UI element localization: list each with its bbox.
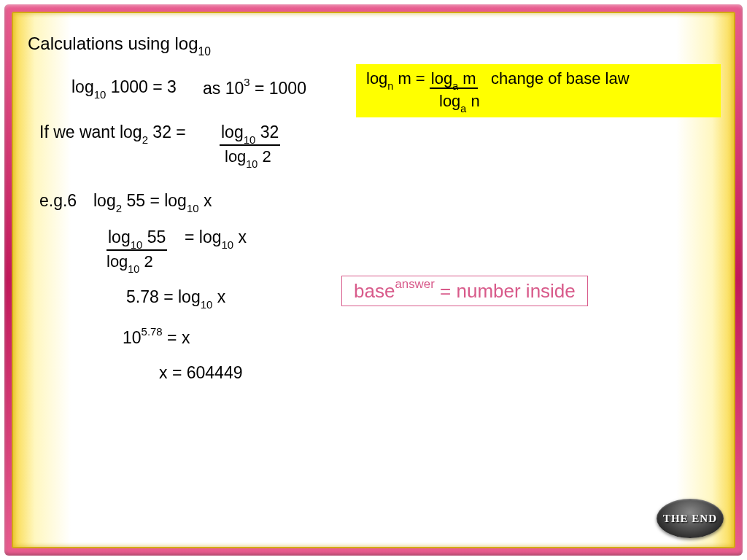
law-den-sub: a xyxy=(460,103,466,114)
law-lhs-arg: m = xyxy=(393,69,430,88)
ex2-den-sub: 10 xyxy=(246,158,258,170)
ex2-pre-post: 32 = xyxy=(148,122,186,141)
eg-fnum-sub: 10 xyxy=(131,238,143,251)
example2-denominator: log10 2 xyxy=(225,147,271,168)
ex2-num-post: 32 xyxy=(255,122,279,141)
example6-step2: 5.78 = log10 x xyxy=(126,287,225,309)
hint-rest: = number inside xyxy=(435,280,576,302)
eg-fnum-post: 55 xyxy=(142,228,166,246)
eg-lhs: log xyxy=(93,191,116,210)
ex2-den-post: 2 xyxy=(258,147,271,166)
title-text: Calculations using log xyxy=(28,34,198,53)
ex2-num-sub: 10 xyxy=(244,133,256,146)
ex2-pre-sub: 2 xyxy=(142,133,148,146)
end-label: THE END xyxy=(663,513,717,525)
example6-frac-rhs: = log10 x xyxy=(185,228,247,249)
hint-box: baseanswer = number inside xyxy=(341,276,588,306)
ex2-pre: If we want log xyxy=(39,122,142,141)
eg-feq-sub: 10 xyxy=(222,238,234,251)
eg-rhs-post: x xyxy=(199,191,212,210)
example1-rhs: as 103 = 1000 xyxy=(203,77,306,98)
eg-s2sub: 10 xyxy=(201,298,213,311)
end-button[interactable]: THE END xyxy=(657,499,724,538)
example6-equation: log2 55 = log10 x xyxy=(93,191,212,213)
ex1-rest: 1000 = 3 xyxy=(106,77,177,96)
example1-lhs: log10 1000 = 3 xyxy=(71,77,177,99)
eg-frac-num-span: log10 55 xyxy=(107,228,167,251)
law-den-arg: n xyxy=(466,92,479,110)
slide-content: Calculations using log10 logn m = loga m… xyxy=(13,13,734,547)
eg-fnum: log xyxy=(108,228,131,246)
law-num-log: log xyxy=(431,69,452,88)
example2-text: If we want log2 32 = xyxy=(39,122,186,144)
ex2-num: log xyxy=(221,122,244,141)
ex1-rhs-sup: 3 xyxy=(244,76,249,88)
eg-lhs-sub: 2 xyxy=(116,202,122,214)
hint-sup: answer xyxy=(395,277,434,291)
example2-numerator: log10 32 xyxy=(220,122,280,146)
eg-rhs-sub: 10 xyxy=(187,202,199,214)
eg-s3post: = x xyxy=(163,328,190,347)
law-lhs-sub: n xyxy=(387,80,393,92)
example6-frac-den: log10 2 xyxy=(107,252,153,273)
eg-lhs-post: 55 = log xyxy=(122,191,187,210)
example6-label: e.g.6 xyxy=(39,191,77,211)
law-num-arg: m xyxy=(458,69,476,88)
law-label: change of base law xyxy=(491,69,630,88)
slide-inner-frame: Calculations using log10 logn m = loga m… xyxy=(12,12,735,548)
slide-title: Calculations using log10 xyxy=(28,34,719,57)
hint-base: base xyxy=(354,280,395,302)
change-of-base-law-box: logn m = loga m change of base law loga … xyxy=(356,64,721,117)
ex1-log: log xyxy=(71,77,94,96)
eg-s3pre: 10 xyxy=(123,328,142,347)
ex1-sub: 10 xyxy=(94,88,107,101)
law-numerator: loga m xyxy=(430,69,478,89)
law-denominator: loga n xyxy=(366,91,713,114)
slide-outer-frame: Calculations using log10 logn m = loga m… xyxy=(4,4,743,556)
eg-fden-sub: 10 xyxy=(128,263,139,275)
eg-s3sup: 5.78 xyxy=(142,325,163,338)
eg-s2post: x xyxy=(212,287,225,306)
title-sub: 10 xyxy=(198,45,210,58)
example6-step3: 105.78 = x xyxy=(123,327,190,348)
ex2-frac-num: log10 32 xyxy=(220,122,280,146)
law-line1: logn m = loga m change of base law xyxy=(366,69,713,91)
example6-frac-num: log10 55 xyxy=(107,228,167,251)
example6-step4: x = 604449 xyxy=(159,363,242,383)
law-den-log: log xyxy=(439,92,460,110)
ex1-rhs-pre: as 10 xyxy=(203,79,244,98)
eg-fden: log xyxy=(107,252,128,271)
ex1-rhs-post: = 1000 xyxy=(250,79,306,98)
eg-feq: = log xyxy=(185,228,222,246)
law-num-sub: a xyxy=(452,80,458,92)
eg-feq-post: x xyxy=(233,228,247,246)
law-lhs: log xyxy=(366,69,387,88)
ex2-den: log xyxy=(225,147,246,166)
eg-s2l: 5.78 = log xyxy=(126,287,201,306)
eg-fden-post: 2 xyxy=(139,252,152,271)
